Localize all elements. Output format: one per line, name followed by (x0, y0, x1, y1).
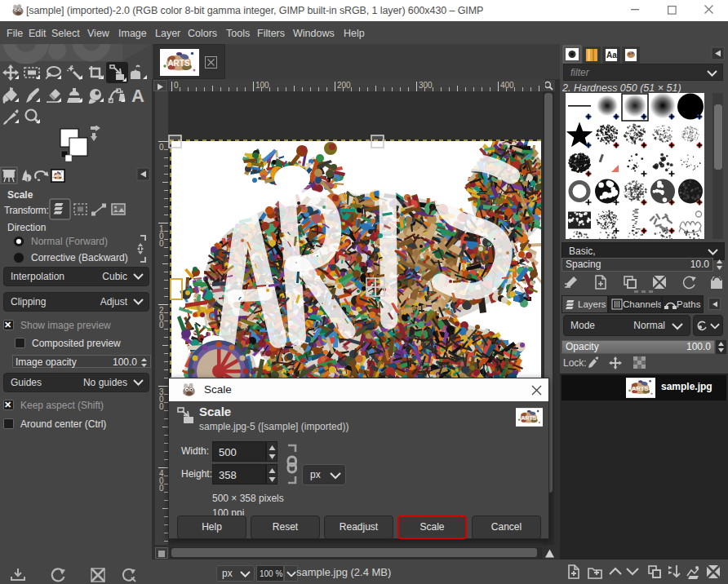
svg-text:Aa: Aa (606, 51, 617, 60)
svg-text:0: 0 (159, 143, 164, 152)
svg-text:0: 0 (159, 239, 164, 248)
svg-text:100: 100 (255, 81, 269, 90)
svg-text:0: 0 (174, 81, 179, 90)
svg-text:300: 300 (419, 81, 433, 90)
svg-text:i: i (26, 175, 28, 183)
svg-text:0: 0 (159, 321, 164, 330)
svg-text:200: 200 (337, 81, 351, 90)
svg-text:0: 0 (159, 484, 164, 493)
svg-text:400: 400 (500, 81, 514, 90)
svg-text:A: A (131, 86, 144, 106)
svg-text:0: 0 (159, 402, 164, 411)
